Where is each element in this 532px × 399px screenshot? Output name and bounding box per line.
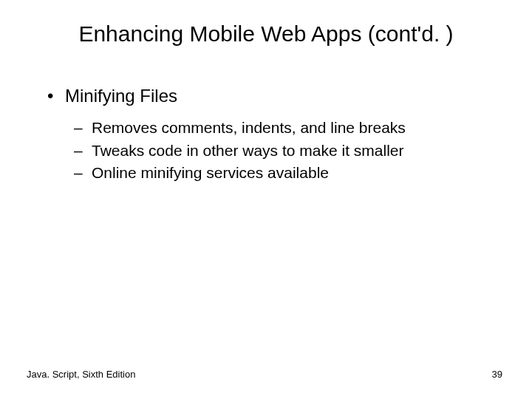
bullet-text: Removes comments, indents, and line brea…: [92, 117, 406, 138]
footer-text: Java. Script, Sixth Edition: [27, 369, 135, 380]
list-item: • Minifying Files: [44, 84, 495, 107]
slide: Enhancing Mobile Web Apps (cont'd. ) • M…: [0, 0, 532, 399]
slide-title: Enhancing Mobile Web Apps (cont'd. ): [37, 21, 495, 47]
list-item: – Tweaks code in other ways to make it s…: [74, 140, 495, 161]
dash-icon: –: [74, 140, 92, 161]
page-number: 39: [492, 369, 502, 380]
bullet-dot-icon: •: [44, 84, 65, 107]
slide-content: • Minifying Files – Removes comments, in…: [37, 84, 495, 183]
bullet-level-2: – Removes comments, indents, and line br…: [44, 117, 495, 183]
list-item: – Online minifying services available: [74, 163, 495, 183]
bullet-text: Minifying Files: [65, 84, 177, 107]
dash-icon: –: [74, 163, 92, 183]
bullet-text: Tweaks code in other ways to make it sma…: [92, 140, 404, 161]
list-item: – Removes comments, indents, and line br…: [74, 117, 495, 138]
bullet-level-1: • Minifying Files: [44, 84, 495, 107]
dash-icon: –: [74, 117, 92, 138]
bullet-text: Online minifying services available: [92, 163, 329, 183]
